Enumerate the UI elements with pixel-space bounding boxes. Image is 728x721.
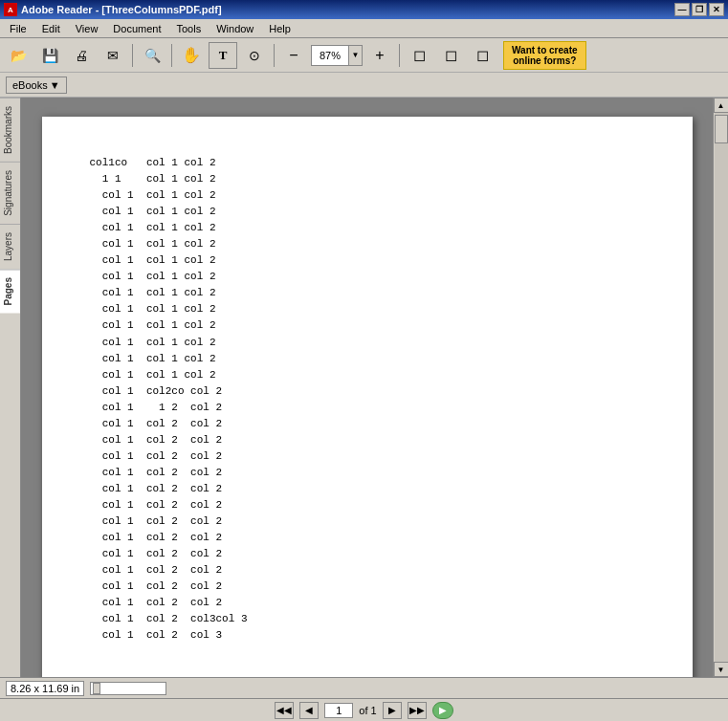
separator-3 (274, 44, 275, 67)
zoom-control: ▼ (311, 45, 363, 66)
bookmarks-bar: eBooks ▼ (0, 73, 728, 98)
right-scrollbar: ▲ ▼ (713, 98, 728, 677)
page-of-text: of 1 (359, 705, 376, 716)
zoom-input[interactable] (312, 46, 348, 65)
zoom-in-button[interactable]: + (365, 42, 394, 69)
signatures-tab[interactable]: Signatures (0, 162, 20, 224)
zoom-dropdown-button[interactable]: ▼ (348, 46, 362, 65)
title-bar-text: Adobe Reader - [ThreeColumnsPDF.pdf] (21, 4, 222, 15)
ebooks-arrow-icon: ▼ (50, 79, 60, 91)
select-tool-button[interactable]: T (209, 42, 237, 69)
last-page-button[interactable]: ▶▶ (408, 702, 427, 719)
title-bar-left: A Adobe Reader - [ThreeColumnsPDF.pdf] (4, 3, 222, 16)
menu-tools[interactable]: Tools (171, 21, 208, 36)
go-button[interactable]: ▶ (432, 702, 453, 719)
pdf-content: col1co col 1 col 2 1 1 col 1 col 2 col 1… (90, 155, 645, 644)
first-page-button[interactable]: ◀◀ (275, 702, 294, 719)
hand-tool-button[interactable]: ✋ (177, 42, 206, 69)
separator-4 (399, 44, 400, 67)
page-view-2-button[interactable]: ◻ (436, 42, 465, 69)
menu-edit[interactable]: Edit (36, 21, 66, 36)
left-panel-tabs: Bookmarks Signatures Layers Pages (0, 98, 21, 677)
adobe-logo-icon: A (4, 3, 17, 16)
ebooks-label: eBooks (12, 79, 48, 91)
find-button[interactable]: 🔍 (138, 42, 166, 69)
close-button[interactable]: ✕ (709, 3, 724, 16)
email-button[interactable]: ✉ (99, 42, 127, 69)
restore-button[interactable]: ❐ (692, 3, 707, 16)
open-button[interactable]: 📂 (4, 42, 33, 69)
page-view-3-button[interactable]: ◻ (468, 42, 496, 69)
forms-button[interactable]: Want to create online forms? (503, 41, 586, 70)
status-bar: 8.26 x 11.69 in (0, 677, 728, 698)
next-page-button[interactable]: ▶ (383, 702, 402, 719)
save-button[interactable]: 💾 (35, 42, 64, 69)
dimensions-text: 8.26 x 11.69 in (11, 683, 79, 694)
separator-1 (132, 44, 133, 67)
bookmarks-tab[interactable]: Bookmarks (0, 98, 20, 162)
pdf-page: col1co col 1 col 2 1 1 col 1 col 2 col 1… (42, 117, 693, 677)
menu-help[interactable]: Help (263, 21, 297, 36)
main-layout: Bookmarks Signatures Layers Pages col1co… (0, 98, 728, 677)
zoom-out-button[interactable]: − (279, 42, 308, 69)
page-view-1-button[interactable]: ◻ (405, 42, 433, 69)
scroll-indicator (90, 682, 166, 695)
menu-document[interactable]: Document (107, 21, 166, 36)
ebooks-button[interactable]: eBooks ▼ (6, 76, 67, 94)
separator-2 (171, 44, 172, 67)
menu-bar: File Edit View Document Tools Window Hel… (0, 19, 728, 38)
scroll-track[interactable] (715, 113, 728, 662)
title-bar: A Adobe Reader - [ThreeColumnsPDF.pdf] —… (0, 0, 728, 19)
dimensions-display: 8.26 x 11.69 in (6, 681, 84, 696)
scroll-pos-indicator (93, 683, 100, 694)
page-number-input[interactable] (324, 703, 353, 718)
minimize-button[interactable]: — (674, 3, 690, 16)
menu-file[interactable]: File (4, 21, 33, 36)
menu-window[interactable]: Window (210, 21, 259, 36)
snapshot-tool-button[interactable]: ⊙ (240, 42, 269, 69)
title-bar-controls: — ❐ ✕ (674, 3, 724, 16)
menu-view[interactable]: View (70, 21, 104, 36)
layers-tab[interactable]: Layers (0, 224, 20, 269)
scroll-down-button[interactable]: ▼ (714, 662, 729, 677)
prev-page-button[interactable]: ◀ (299, 702, 319, 719)
navigation-bar: ◀◀ ◀ of 1 ▶ ▶▶ ▶ (0, 698, 728, 721)
document-area: col1co col 1 col 2 1 1 col 1 col 2 col 1… (21, 98, 713, 677)
pages-tab[interactable]: Pages (0, 269, 20, 313)
scroll-up-button[interactable]: ▲ (714, 98, 729, 113)
print-button[interactable]: 🖨 (67, 42, 96, 69)
scroll-thumb[interactable] (715, 115, 728, 143)
toolbar: 📂 💾 🖨 ✉ 🔍 ✋ T ⊙ − ▼ + ◻ ◻ ◻ Want to crea… (0, 38, 728, 73)
